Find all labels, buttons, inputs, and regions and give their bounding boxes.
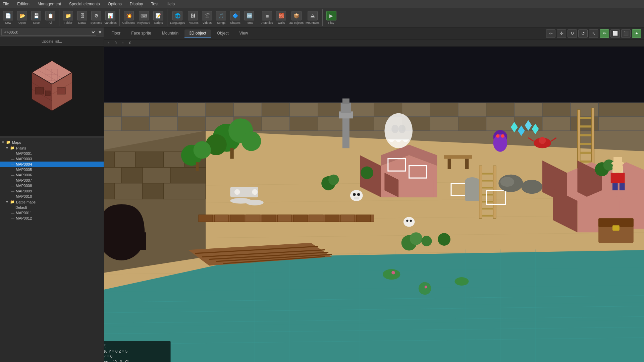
svg-rect-83: [136, 152, 164, 168]
tree-map-0010[interactable]: — MAP0010: [0, 194, 104, 199]
tool-rotate-x[interactable]: ↻: [568, 29, 577, 38]
svg-rect-49: [458, 117, 486, 131]
svg-text:Layer = 0: Layer = 0: [104, 354, 112, 358]
map-dropdown[interactable]: <>0053:: [1, 29, 96, 36]
tree-map-0005[interactable]: — MAP0005: [0, 167, 104, 172]
menu-display[interactable]: Display: [128, 1, 144, 7]
svg-rect-152: [448, 159, 451, 169]
toolbar-folder[interactable]: 📁 Folder: [62, 11, 74, 24]
tree-battle-default[interactable]: — Default: [0, 205, 104, 210]
tool-fill[interactable]: ⬛: [621, 29, 631, 38]
svg-rect-114: [482, 173, 493, 174]
tree-map-0012[interactable]: — MAP0012: [0, 216, 104, 221]
tool-pencil[interactable]: ✏: [600, 29, 609, 38]
tree-map-0004[interactable]: — MAP0004: [0, 162, 104, 167]
svg-rect-108: [580, 143, 591, 145]
menu-edition[interactable]: Edition: [16, 1, 31, 7]
tab-view[interactable]: View: [234, 29, 253, 38]
svg-rect-120: [482, 215, 493, 217]
tab-floor[interactable]: Floor: [107, 29, 125, 38]
tree-map-0009[interactable]: — MAP0009: [0, 188, 104, 194]
viewport[interactable]: [N1 5] X = 10 Y = 0 Z = 5 Layer = 0 Angl…: [104, 47, 644, 362]
menu-special-elements[interactable]: Special elements: [68, 1, 101, 7]
tree-map-0001[interactable]: — MAP0001: [0, 151, 104, 156]
svg-point-209: [501, 134, 504, 137]
toolbar-walls[interactable]: 🧱 Walls: [275, 11, 287, 24]
toolbar-3dobjects[interactable]: 📦 3D objects: [289, 11, 304, 24]
tab-3d-object[interactable]: 3D object: [184, 29, 211, 38]
toolbar-mountains[interactable]: ⛰ Mountains: [306, 11, 320, 24]
svg-rect-17: [104, 103, 121, 117]
toolbar-songs[interactable]: 🎵 Songs: [215, 11, 227, 24]
svg-rect-130: [325, 215, 339, 222]
toolbar-save[interactable]: 💾 Save: [30, 11, 42, 24]
svg-point-174: [521, 180, 542, 194]
menu-options[interactable]: Options: [106, 1, 123, 7]
toolbar-variables[interactable]: 📊 Variables: [104, 11, 117, 24]
tab-object[interactable]: Object: [212, 29, 233, 38]
divider-4: [258, 9, 258, 26]
tab-face-sprite[interactable]: Face sprite: [126, 29, 156, 38]
toolbar-pictures[interactable]: 🖼 Pictures: [187, 11, 199, 24]
tree-map-0007[interactable]: — MAP0007: [0, 178, 104, 183]
svg-rect-39: [177, 117, 206, 131]
tab-mountain[interactable]: Mountain: [157, 29, 183, 38]
svg-rect-37: [121, 117, 150, 131]
svg-rect-193: [612, 183, 618, 190]
tree-map-0003[interactable]: — MAP0003: [0, 156, 104, 162]
svg-point-208: [496, 134, 499, 137]
svg-rect-126: [262, 215, 276, 222]
svg-rect-151: [444, 155, 472, 159]
svg-rect-86: [104, 168, 121, 183]
svg-rect-90: [104, 183, 114, 199]
tree-group-battlemaps[interactable]: ▼ 📁 Battle maps: [0, 199, 104, 205]
toolbar-keyboard[interactable]: ⌨ Keyboard: [137, 11, 150, 24]
svg-rect-52: [542, 117, 571, 131]
toolbar-open[interactable]: 📂 Open: [16, 11, 28, 24]
toolbar-shapes[interactable]: 🔷 Shapes: [229, 11, 241, 24]
toolbar-collisions[interactable]: 💥 Collisions: [122, 11, 136, 24]
tree-map-0011[interactable]: — MAP0011: [0, 210, 104, 216]
right-panel: Floor Face sprite Mountain 3D object Obj…: [104, 27, 644, 362]
toolbar-datas[interactable]: 🗄 Datas: [76, 11, 88, 24]
dropdown-arrow[interactable]: ▼: [98, 29, 102, 35]
toolbar-play[interactable]: ▶ Play: [325, 11, 337, 24]
svg-point-188: [425, 286, 427, 288]
toolbar-languages[interactable]: 🌐 Languages: [170, 11, 185, 24]
svg-rect-38: [150, 117, 178, 131]
svg-rect-24: [290, 103, 318, 117]
tool-scale[interactable]: ⤡: [589, 29, 598, 38]
svg-point-181: [438, 233, 450, 246]
update-list-button[interactable]: Update list...: [0, 37, 104, 46]
tool-move[interactable]: ✛: [557, 29, 566, 38]
coord-arrow-2: ↕: [122, 41, 124, 45]
svg-rect-10: [57, 87, 65, 94]
tree-root-maps[interactable]: ▼ 📁 Maps: [0, 139, 104, 145]
svg-rect-33: [542, 103, 571, 117]
tree-group-plains[interactable]: ▼ 📁 Plains: [0, 145, 104, 151]
toolbar-new[interactable]: 📄 New: [2, 11, 14, 24]
coords-bar: ↕ 0 ↕ 0: [104, 40, 644, 47]
menu-file[interactable]: File: [1, 1, 10, 7]
toolbar-all[interactable]: 📋 All: [44, 11, 56, 24]
svg-rect-20: [177, 103, 206, 117]
toolbar-systems[interactable]: ⚙ Systems: [90, 11, 102, 24]
svg-rect-153: [465, 159, 469, 169]
menu-management[interactable]: Management: [36, 1, 62, 7]
toolbar-videos[interactable]: 🎬 Videos: [201, 11, 213, 24]
svg-point-218: [465, 177, 479, 184]
tool-cursor[interactable]: ⊹: [546, 29, 555, 38]
toolbar-autotiles[interactable]: ▦ Autotiles: [261, 11, 273, 24]
tool-eraser[interactable]: ⬜: [610, 29, 620, 38]
tool-rotate-y[interactable]: ↺: [578, 29, 588, 38]
toolbar-scripts[interactable]: 📝 Scripts: [152, 11, 164, 24]
tree-map-0006[interactable]: — MAP0006: [0, 172, 104, 178]
menu-help[interactable]: Help: [165, 1, 176, 7]
toolbar-fonts[interactable]: 🔤 Fonts: [243, 11, 255, 24]
svg-point-180: [421, 236, 432, 246]
tree-map-0008[interactable]: — MAP0008: [0, 183, 104, 188]
tool-special[interactable]: ✦: [632, 29, 641, 38]
svg-point-186: [391, 271, 395, 274]
menu-test[interactable]: Test: [150, 1, 160, 7]
svg-rect-42: [262, 117, 290, 131]
